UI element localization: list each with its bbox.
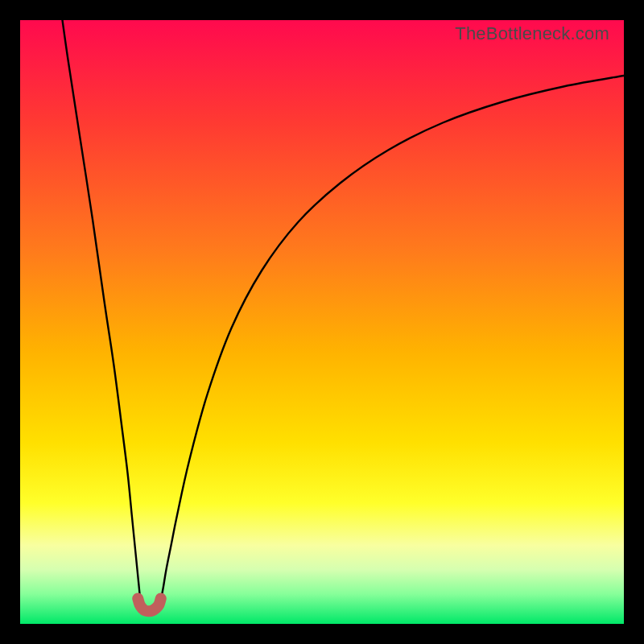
curve-right-branch: [158, 76, 624, 607]
curve-left-branch: [63, 20, 142, 607]
plot-area: TheBottleneck.com: [20, 20, 624, 624]
chart-frame: TheBottleneck.com: [0, 0, 644, 644]
valley-marker: [138, 599, 161, 612]
bottleneck-curve: [20, 20, 624, 624]
